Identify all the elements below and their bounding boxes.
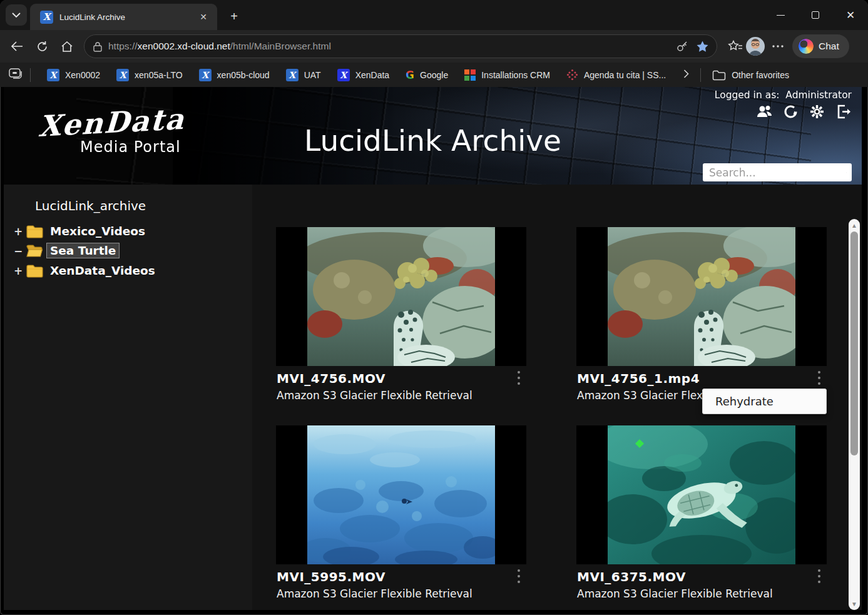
other-favorites-label: Other favorites <box>732 70 789 80</box>
tree-item-label[interactable]: Mexico_Videos <box>47 224 148 238</box>
blue-reef-thumbnail <box>307 425 495 564</box>
logout-button[interactable] <box>835 103 852 120</box>
asset-tile[interactable]: MVI_6375.MOV Amazon S3 Glacier Flexible … <box>576 425 827 600</box>
media-portal-page: XenData Media Portal LucidLink Archive L… <box>4 87 862 610</box>
asset-menu-button[interactable] <box>513 569 524 588</box>
agenda-favicon <box>566 69 578 81</box>
bookmarks-overflow-button[interactable] <box>683 69 689 81</box>
expand-icon[interactable]: + <box>14 265 23 277</box>
url-path: /html/MainBrowser.html <box>230 41 331 51</box>
profile-avatar[interactable] <box>746 37 765 56</box>
tree-item-label[interactable]: XenData_Videos <box>47 263 158 278</box>
video-thumbnail[interactable] <box>276 425 526 564</box>
favorite-star-icon[interactable] <box>696 40 709 53</box>
settings-more-button[interactable] <box>770 38 786 54</box>
tree-root-label[interactable]: LucidLink_archive <box>35 198 146 213</box>
asset-tile[interactable]: MVI_4756_1.mp4 Amazon S3 Glacier Flexibl… <box>576 227 827 402</box>
other-favorites-button[interactable]: Other favorites <box>712 69 789 81</box>
users-button[interactable] <box>756 103 773 120</box>
asset-menu-button[interactable] <box>814 371 825 390</box>
video-thumbnail[interactable] <box>576 227 827 366</box>
expand-icon[interactable]: + <box>14 225 23 238</box>
logged-in-user: Administrator <box>785 89 852 101</box>
logout-icon <box>835 103 852 120</box>
copilot-chat-button[interactable]: Chat <box>792 34 849 58</box>
xendata-favicon: X <box>116 69 129 81</box>
bookmark-label: XenData <box>355 70 389 80</box>
asset-storage-tier: Amazon S3 Glacier Flexible Retrieval <box>277 587 526 600</box>
vertical-scrollbar[interactable]: ▲ ▼ <box>849 219 860 610</box>
bookmark-installations-crm[interactable]: Installations CRM <box>464 69 550 81</box>
chevron-down-icon <box>12 13 21 18</box>
tree-item-xendata-videos[interactable]: + XenData_Videos <box>14 263 158 278</box>
url-bar[interactable]: https://xen0002.xd-cloud.net/html/MainBr… <box>84 34 717 58</box>
close-button[interactable]: ✕ <box>833 0 868 30</box>
asset-filename[interactable]: MVI_6375.MOV <box>577 569 827 584</box>
teal-turtle-thumbnail <box>608 425 795 564</box>
bookmark-xendata[interactable]: XXenData <box>337 69 389 81</box>
open-folder-icon <box>26 244 43 258</box>
bookmark-label: xen05a-LTO <box>135 70 183 80</box>
new-tab-button[interactable]: + <box>225 8 243 25</box>
asset-grid: MVI_4756.MOV Amazon S3 Glacier Flexible … <box>253 185 862 610</box>
toolbar-right: Chat <box>723 34 849 58</box>
scrollbar-thumb[interactable] <box>850 231 858 455</box>
bookmark-agenda-tu-cita[interactable]: Agenda tu cita | SS... <box>566 69 666 81</box>
asset-menu-button[interactable] <box>513 371 524 390</box>
search-box <box>703 163 852 181</box>
video-thumbnail[interactable] <box>576 425 827 564</box>
bookmarks-divider <box>30 68 31 82</box>
bookmark-xen05a-lto[interactable]: Xxen05a-LTO <box>116 69 183 81</box>
context-menu-item-rehydrate[interactable]: Rehydrate <box>715 395 774 408</box>
scroll-up-arrow-icon[interactable]: ▲ <box>849 220 860 230</box>
back-button[interactable] <box>9 38 25 54</box>
maximize-button[interactable] <box>798 0 833 30</box>
tree-item-sea-turtle[interactable]: − Sea Turtle <box>14 243 119 258</box>
asset-tile[interactable]: MVI_5995.MOV Amazon S3 Glacier Flexible … <box>276 425 526 600</box>
logged-in-label: Logged in as: <box>715 89 780 101</box>
minimize-button[interactable] <box>763 0 798 30</box>
bookmark-xen05b-cloud[interactable]: Xxen05b-cloud <box>199 69 270 81</box>
search-icon[interactable] <box>846 166 847 179</box>
password-key-icon[interactable] <box>676 40 688 53</box>
asset-filename[interactable]: MVI_4756.MOV <box>277 371 526 386</box>
url-text: https://xen0002.xd-cloud.net/html/MainBr… <box>108 41 668 52</box>
xendata-favicon: X <box>337 69 350 81</box>
maximize-icon <box>812 11 819 19</box>
xendata-favicon: X <box>286 69 299 81</box>
home-button[interactable] <box>59 38 75 54</box>
tab-title: LucidLink Archive <box>59 13 196 22</box>
asset-meta: MVI_6375.MOV Amazon S3 Glacier Flexible … <box>576 564 827 600</box>
bookmark-google[interactable]: GGoogle <box>406 69 448 81</box>
bookmark-label: UAT <box>304 70 321 80</box>
tab-close-icon[interactable]: ✕ <box>196 11 211 23</box>
tree-item-label[interactable]: Sea Turtle <box>47 243 119 258</box>
refresh-icon <box>36 41 48 53</box>
settings-button[interactable] <box>809 103 825 120</box>
video-thumbnail[interactable] <box>276 227 526 366</box>
workspaces-button[interactable] <box>9 68 23 82</box>
collections-button[interactable] <box>727 38 743 54</box>
tab-search-chevron-button[interactable] <box>6 4 27 26</box>
scroll-down-arrow-icon[interactable]: ▼ <box>849 599 860 609</box>
browser-tab[interactable]: X LucidLink Archive ✕ <box>30 4 217 30</box>
bookmark-xen0002[interactable]: XXen0002 <box>47 69 100 81</box>
asset-tile[interactable]: MVI_4756.MOV Amazon S3 Glacier Flexible … <box>276 227 526 402</box>
refresh-button[interactable] <box>782 103 799 120</box>
bookmark-label: xen05b-cloud <box>217 70 270 80</box>
ellipsis-icon <box>772 45 784 48</box>
asset-filename[interactable]: MVI_4756_1.mp4 <box>577 371 827 386</box>
asset-filename[interactable]: MVI_5995.MOV <box>277 569 526 584</box>
gear-icon <box>809 103 825 120</box>
refresh-button[interactable] <box>34 38 50 54</box>
window-controls: ✕ <box>763 0 868 30</box>
bookmark-uat[interactable]: XUAT <box>286 69 321 81</box>
asset-menu-button[interactable] <box>814 569 825 588</box>
tree-item-mexico-videos[interactable]: + Mexico_Videos <box>14 224 148 238</box>
asset-meta: MVI_4756.MOV Amazon S3 Glacier Flexible … <box>276 366 526 402</box>
search-input[interactable] <box>709 166 846 179</box>
favorites-hub-icon <box>728 40 743 53</box>
collapse-icon[interactable]: − <box>14 245 23 257</box>
xendata-favicon: X <box>47 69 59 81</box>
logged-in-status: Logged in as: Administrator <box>715 89 852 101</box>
